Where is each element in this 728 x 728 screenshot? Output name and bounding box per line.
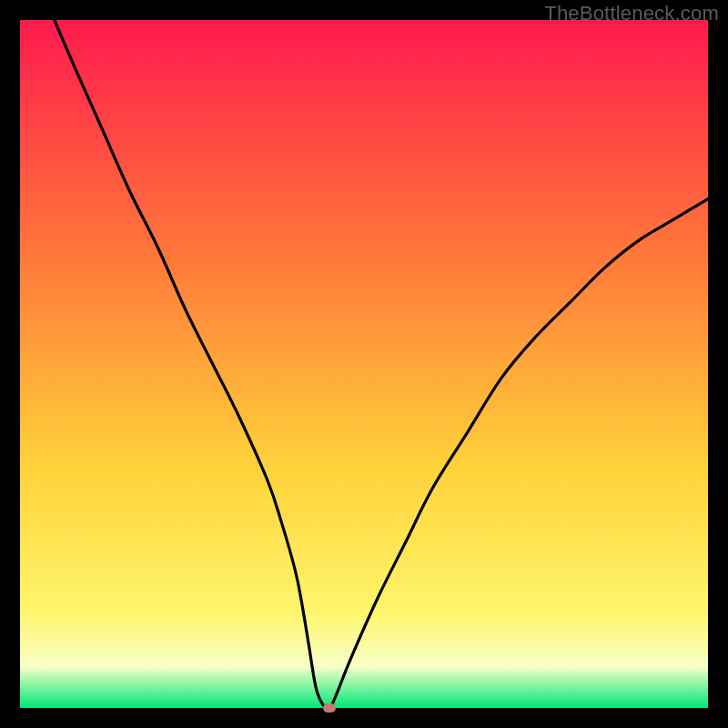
watermark-label: TheBottleneck.com — [544, 2, 719, 25]
bottleneck-chart — [20, 20, 708, 708]
gradient-background — [20, 20, 708, 708]
chart-frame — [20, 20, 708, 708]
optimal-point-marker — [323, 703, 336, 713]
